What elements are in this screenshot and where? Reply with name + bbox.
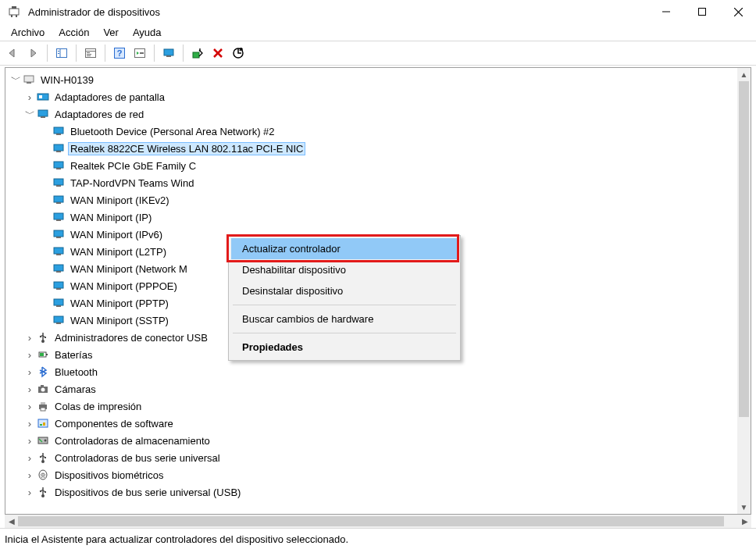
uninstall-button[interactable]: [209, 44, 227, 62]
context-menu-item[interactable]: Desinstalar dispositivo: [231, 280, 458, 301]
scrollbar-thumb[interactable]: [18, 516, 724, 526]
tree-category[interactable]: ›Dispositivos de bus serie universal (US…: [7, 483, 737, 501]
vertical-scrollbar[interactable]: ▲ ▼: [737, 68, 751, 514]
back-button[interactable]: [3, 44, 22, 62]
usb-icon: [37, 451, 49, 464]
svg-rect-43: [54, 213, 63, 219]
minimize-button[interactable]: [648, 0, 684, 23]
chevron-right-icon[interactable]: ›: [24, 435, 35, 447]
chevron-right-icon[interactable]: ›: [24, 401, 35, 412]
tree-item-network-adapter[interactable]: WAN Miniport (IKEv2): [7, 191, 737, 209]
close-button[interactable]: [720, 0, 756, 23]
display-adapter-icon: [37, 91, 49, 103]
toolbar-separator: [183, 45, 184, 62]
window-controls: [648, 0, 756, 23]
svg-point-82: [40, 490, 41, 492]
svg-rect-62: [46, 354, 48, 355]
tree-item-label: WAN Miniport (Network M: [68, 262, 190, 276]
horizontal-scrollbar[interactable]: ◀ ▶: [5, 515, 751, 528]
maximize-button[interactable]: [684, 0, 720, 23]
tree-root[interactable]: ﹀ WIN-H0139: [7, 71, 737, 88]
show-hide-tree-button[interactable]: [52, 44, 71, 62]
menu-accion[interactable]: Acción: [52, 25, 95, 40]
svg-rect-52: [56, 288, 61, 290]
tree-item-network-adapter[interactable]: Realtek PCIe GbE Family C: [7, 157, 737, 174]
chevron-right-icon[interactable]: ›: [24, 452, 35, 464]
menu-archivo[interactable]: Archivo: [5, 25, 51, 40]
svg-rect-2: [11, 15, 12, 17]
chevron-right-icon[interactable]: ›: [24, 383, 35, 395]
network-adapter-icon: [52, 297, 65, 309]
disable-button[interactable]: [229, 44, 248, 62]
tree-category[interactable]: ›Componentes de software: [7, 415, 737, 432]
tree-category-network-adapters[interactable]: ﹀ Adaptadores de red: [7, 105, 737, 123]
scrollbar-track[interactable]: [18, 515, 738, 528]
tree-item-network-adapter[interactable]: Bluetooth Device (Personal Area Network)…: [7, 123, 737, 140]
svg-rect-42: [56, 202, 61, 204]
scroll-left-arrow-icon[interactable]: ◀: [5, 515, 18, 528]
chevron-down-icon[interactable]: ﹀: [24, 107, 35, 121]
menu-ayuda[interactable]: Ayuda: [127, 25, 168, 40]
tree-category[interactable]: ›Dispositivos biométricos: [7, 466, 737, 483]
tree-item-network-adapter[interactable]: Realtek 8822CE Wireless LAN 802.11ac PCI…: [7, 140, 737, 157]
svg-rect-53: [54, 299, 63, 305]
update-driver-button[interactable]: [188, 44, 207, 62]
tree-category[interactable]: ›Colas de impresión: [7, 397, 737, 415]
chevron-right-icon[interactable]: ›: [24, 469, 35, 481]
properties-button[interactable]: [81, 44, 100, 62]
context-menu-item[interactable]: Buscar cambios de hardware: [231, 308, 458, 330]
svg-rect-71: [40, 424, 42, 426]
network-adapter-icon: [52, 159, 65, 172]
svg-rect-3: [16, 15, 17, 17]
chevron-right-icon[interactable]: ›: [24, 366, 35, 378]
help-button[interactable]: ?: [110, 44, 129, 62]
tree-category-display-adapters[interactable]: › Adaptadores de pantalla: [7, 88, 737, 105]
chevron-right-icon[interactable]: ›: [24, 487, 35, 498]
tree-item-label: Realtek PCIe GbE Family C: [68, 159, 198, 173]
context-menu-item[interactable]: Propiedades: [231, 337, 458, 358]
svg-rect-72: [43, 422, 45, 426]
scrollbar-thumb[interactable]: [739, 81, 749, 417]
scroll-up-arrow-icon[interactable]: ▲: [737, 68, 751, 81]
tree-item-label: WAN Miniport (L2TP): [68, 245, 169, 258]
svg-rect-36: [56, 151, 61, 152]
svg-rect-1: [12, 6, 16, 9]
tree-item-network-adapter[interactable]: TAP-NordVPN Teams Wind: [7, 174, 737, 191]
tree-item-label: WAN Miniport (IKEv2): [68, 194, 172, 207]
titlebar: Administrador de dispositivos: [0, 0, 756, 23]
toolbar-separator: [76, 45, 77, 62]
svg-rect-40: [56, 185, 61, 187]
menu-ver[interactable]: Ver: [97, 25, 125, 40]
tree-item-network-adapter[interactable]: WAN Miniport (IP): [7, 209, 737, 226]
network-adapter-icon: [52, 176, 65, 189]
action-list-button[interactable]: [130, 44, 149, 62]
network-adapter-icon: [37, 108, 49, 120]
battery-icon: [37, 348, 49, 361]
chevron-down-icon[interactable]: ﹀: [10, 73, 21, 87]
svg-rect-11: [58, 53, 59, 54]
context-menu-item[interactable]: Deshabilitar dispositivo: [231, 259, 458, 280]
scrollbar-track[interactable]: [737, 81, 751, 501]
svg-rect-14: [87, 52, 90, 53]
chevron-right-icon[interactable]: ›: [24, 418, 35, 430]
scroll-down-arrow-icon[interactable]: ▼: [737, 501, 751, 514]
tree-category[interactable]: ›Bluetooth: [7, 363, 737, 380]
svg-rect-38: [56, 168, 61, 169]
svg-rect-51: [54, 282, 63, 288]
tree-category[interactable]: ›Controladoras de almacenamiento: [7, 432, 737, 449]
scan-hardware-button[interactable]: [159, 44, 178, 62]
tree-item-label: WAN Miniport (SSTP): [68, 314, 171, 327]
scroll-right-arrow-icon[interactable]: ▶: [738, 515, 751, 528]
tree-item-label: Controladoras de bus serie universal: [52, 451, 223, 465]
forward-button[interactable]: [23, 44, 42, 62]
chevron-right-icon[interactable]: ›: [24, 349, 35, 361]
svg-rect-5: [699, 9, 706, 16]
context-menu-item[interactable]: Actualizar controlador: [231, 238, 458, 259]
tree-category[interactable]: ›Controladoras de bus serie universal: [7, 449, 737, 466]
svg-rect-35: [54, 144, 63, 151]
chevron-right-icon[interactable]: ›: [24, 332, 35, 344]
tree-category[interactable]: ›Cámaras: [7, 380, 737, 397]
toolbar-separator: [47, 45, 48, 62]
svg-rect-44: [56, 219, 61, 221]
chevron-right-icon[interactable]: ›: [24, 91, 35, 103]
